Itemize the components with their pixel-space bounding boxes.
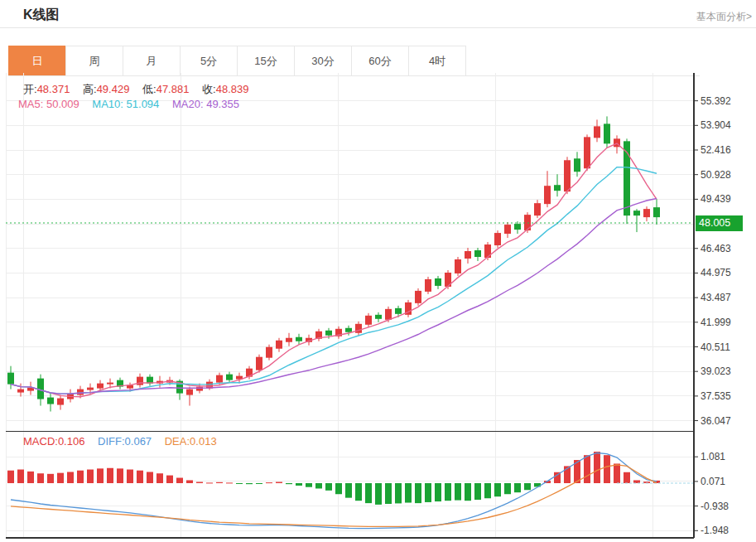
ma10-label: MA10: bbox=[92, 98, 123, 110]
tab-30min[interactable]: 30分 bbox=[294, 46, 352, 75]
interval-tabbar: 日 周 月 5分 15分 30分 60分 4时 bbox=[8, 46, 700, 76]
current-price-tag: 48.005 bbox=[696, 215, 743, 231]
high-label: 高: bbox=[83, 83, 97, 95]
diff-label: DIFF: bbox=[98, 435, 125, 448]
svg-text:46.463: 46.463 bbox=[701, 243, 731, 254]
ma20-label: MA20: bbox=[172, 98, 204, 110]
low-label: 低: bbox=[142, 83, 156, 95]
tab-5min[interactable]: 5分 bbox=[180, 46, 238, 75]
high-value: 49.429 bbox=[97, 83, 130, 95]
svg-text:1.081: 1.081 bbox=[701, 451, 725, 462]
svg-text:55.392: 55.392 bbox=[701, 95, 731, 107]
ma20-value: 49.355 bbox=[206, 98, 239, 110]
svg-text:36.047: 36.047 bbox=[701, 415, 731, 427]
ma10-value: 51.094 bbox=[127, 98, 160, 110]
svg-text:50.928: 50.928 bbox=[701, 169, 731, 181]
close-value: 48.839 bbox=[216, 83, 249, 95]
tab-day[interactable]: 日 bbox=[8, 46, 66, 75]
tab-4hour[interactable]: 4时 bbox=[408, 46, 466, 75]
open-label: 开: bbox=[23, 83, 37, 95]
ma-legend: MA5: 50.009 MA10: 51.094 MA20: 49.355 bbox=[18, 98, 239, 110]
svg-text:37.535: 37.535 bbox=[701, 390, 731, 402]
macd-label: MACD: bbox=[23, 435, 58, 448]
dea-label: DEA: bbox=[165, 435, 190, 448]
svg-text:39.023: 39.023 bbox=[701, 365, 731, 377]
fundamental-analysis-link[interactable]: 基本面分析> bbox=[696, 10, 752, 24]
macd-legend: MACD:0.106 DIFF:0.067 DEA:0.013 bbox=[23, 435, 217, 448]
svg-text:40.511: 40.511 bbox=[701, 341, 730, 353]
ma5-value: 50.009 bbox=[46, 98, 79, 110]
svg-text:43.487: 43.487 bbox=[701, 292, 731, 303]
svg-text:-0.938: -0.938 bbox=[701, 501, 729, 512]
header-divider bbox=[0, 27, 756, 28]
dea-value: 0.013 bbox=[190, 435, 217, 448]
low-value: 47.881 bbox=[156, 83, 190, 95]
svg-text:52.416: 52.416 bbox=[701, 144, 731, 156]
page-title: K线图 bbox=[23, 7, 60, 24]
diff-value: 0.067 bbox=[125, 435, 152, 448]
chart-area: 55.39253.90452.41650.92849.43946.46344.9… bbox=[0, 73, 756, 542]
svg-text:0.071: 0.071 bbox=[701, 476, 725, 487]
svg-text:44.975: 44.975 bbox=[701, 267, 731, 278]
svg-text:53.904: 53.904 bbox=[701, 119, 731, 131]
open-value: 48.371 bbox=[37, 83, 70, 95]
svg-text:49.439: 49.439 bbox=[701, 193, 731, 205]
macd-value: 0.106 bbox=[58, 435, 85, 448]
ma5-label: MA5: bbox=[18, 98, 43, 110]
tab-15min[interactable]: 15分 bbox=[237, 46, 295, 75]
svg-text:41.999: 41.999 bbox=[701, 317, 731, 328]
tab-60min[interactable]: 60分 bbox=[351, 46, 409, 75]
ohlc-legend: 开:48.371 高:49.429 低:47.881 收:48.839 bbox=[23, 82, 248, 97]
kline-macd-chart[interactable]: 55.39253.90452.41650.92849.43946.46344.9… bbox=[0, 73, 756, 542]
kline-page: K线图 基本面分析> 日 周 月 5分 15分 30分 60分 4时 55.39… bbox=[0, 0, 756, 542]
tab-week[interactable]: 周 bbox=[65, 46, 123, 75]
svg-text:-1.948: -1.948 bbox=[701, 525, 729, 536]
close-label: 收: bbox=[202, 83, 216, 95]
tab-month[interactable]: 月 bbox=[123, 46, 181, 75]
